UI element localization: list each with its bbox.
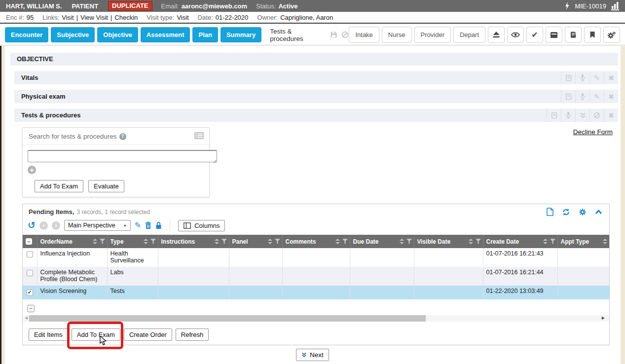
reset-grid-icon[interactable]: ↺ [28, 222, 36, 229]
help-icon[interactable]: ? [119, 133, 126, 140]
list-picker-icon[interactable] [194, 132, 204, 140]
book-icon[interactable] [561, 71, 575, 84]
section-vitals[interactable]: Vitals ✎ ✖ [14, 71, 618, 84]
duplicate-badge[interactable]: DUPLICATE [108, 1, 152, 11]
pending-items-table: − OrderName Type Instructions Panel Comm… [23, 235, 609, 299]
documents-button[interactable] [565, 27, 582, 43]
cancel-icon[interactable] [341, 31, 349, 38]
eject-button[interactable] [488, 27, 505, 43]
eye-button[interactable] [507, 27, 524, 43]
close-icon[interactable]: ✖ [604, 90, 618, 103]
link-checkin[interactable]: Checkin [114, 14, 138, 21]
perspective-back-icon[interactable]: ‹ [39, 221, 48, 230]
resize-corner-icon[interactable]: ◢ [213, 159, 216, 163]
add-to-exam-button-search[interactable]: Add To Exam [35, 180, 83, 192]
sort-icon[interactable] [400, 239, 404, 244]
filter-funnel-icon[interactable] [100, 239, 105, 244]
tab-summary[interactable]: Summary [221, 27, 261, 42]
section-tests-procedures[interactable]: Tests & procedures ✖ [14, 109, 618, 122]
select-all-checkbox[interactable]: − [26, 238, 32, 245]
depart-button[interactable]: Depart [453, 27, 485, 43]
scroll-right-arrow[interactable]: ▶ [602, 316, 605, 320]
scroll-left-arrow[interactable]: ◀ [25, 316, 28, 320]
tab-plan[interactable]: Plan [192, 27, 218, 42]
tab-assessment[interactable]: Assessment [141, 27, 190, 42]
sort-icon[interactable] [93, 239, 97, 244]
cell-create-date: 01-07-2016 16:21:44 [483, 267, 557, 286]
edit-perspective-pencil-icon[interactable]: ✎ [135, 221, 141, 229]
sort-icon[interactable] [543, 239, 548, 244]
filter-funnel-icon[interactable] [550, 239, 555, 244]
link-visit[interactable]: Visit [62, 14, 74, 21]
filter-funnel-icon[interactable] [342, 239, 348, 244]
evaluate-button[interactable]: Evaluate [88, 180, 124, 192]
collapse-chevron-up-icon[interactable] [595, 209, 602, 215]
edit-pencil-icon[interactable]: ✎ [589, 90, 604, 103]
save-icon[interactable] [330, 31, 337, 38]
row-checkbox-checked[interactable]: ✔ [27, 290, 33, 296]
search-input[interactable] [28, 150, 217, 162]
scrollbar-thumb[interactable] [29, 315, 426, 322]
horizontal-scrollbar[interactable]: ◀ ▶ [23, 315, 609, 322]
perspective-forward-icon[interactable]: › [52, 221, 60, 230]
book-icon[interactable] [561, 90, 575, 103]
close-icon[interactable]: ✖ [604, 109, 618, 122]
book-icon[interactable] [547, 109, 561, 122]
journal-icon [569, 31, 577, 38]
refresh-button[interactable]: Refresh [176, 328, 209, 341]
archive-button[interactable] [546, 27, 562, 43]
next-button[interactable]: Next [296, 349, 329, 361]
provider-button[interactable]: Provider [414, 27, 451, 43]
patient-type-label: PATIENT [72, 2, 98, 10]
perspective-select[interactable]: Main Perspective ▼ [64, 220, 131, 231]
filter-funnel-icon[interactable] [150, 239, 156, 244]
edit-pencil-icon[interactable]: ✎ [589, 71, 604, 84]
collapse-group-button[interactable]: − [27, 305, 35, 312]
sort-icon[interactable] [144, 239, 148, 244]
delete-perspective-trash-icon[interactable] [145, 221, 151, 229]
microphone-icon[interactable] [575, 71, 589, 84]
new-document-icon[interactable] [547, 208, 553, 216]
nurse-button[interactable]: Nurse [382, 27, 412, 43]
create-order-button[interactable]: Create Order [124, 328, 172, 341]
row-checkbox[interactable] [27, 251, 33, 257]
grid-settings-gear-icon[interactable] [579, 208, 587, 216]
intake-button[interactable]: Intake [349, 27, 379, 43]
sign-off-button[interactable]: ✔ [526, 27, 543, 43]
sort-icon[interactable] [603, 239, 607, 244]
filter-funnel-icon[interactable] [275, 239, 280, 244]
add-to-exam-button[interactable]: Add To Exam [72, 328, 120, 341]
table-row[interactable]: Complete Metabolic Profile (Blood Chem) … [23, 267, 609, 286]
add-row-plus-icon[interactable]: + [28, 166, 36, 174]
lock-perspective-icon[interactable] [155, 221, 162, 229]
refresh-icon[interactable] [562, 208, 570, 216]
microphone-icon[interactable] [561, 109, 575, 122]
columns-icon [184, 222, 191, 229]
sort-icon[interactable] [469, 239, 473, 244]
filter-funnel-icon[interactable] [221, 239, 227, 244]
sort-icon[interactable] [335, 239, 340, 244]
settings-button[interactable] [603, 27, 620, 43]
close-icon[interactable]: ✖ [604, 71, 618, 84]
table-row-selected[interactable]: ✔ Vision Screening Tests 01-22-2020 13:0… [23, 286, 609, 299]
filter-funnel-icon[interactable] [406, 239, 412, 244]
section-physical-exam[interactable]: Physical exam ✎ ✖ [14, 90, 618, 103]
link-view-visit[interactable]: View Visit [80, 14, 108, 21]
chevron-double-down-icon[interactable] [575, 109, 589, 122]
tab-subjective[interactable]: Subjective [51, 27, 95, 42]
microphone-icon[interactable] [575, 90, 589, 103]
bookmark-button[interactable] [584, 27, 601, 43]
filter-funnel-icon[interactable] [476, 239, 481, 244]
sort-icon[interactable] [268, 239, 272, 244]
chart-icon[interactable] [611, 2, 619, 10]
tab-objective[interactable]: Objective [97, 27, 138, 42]
row-checkbox[interactable] [27, 270, 33, 276]
sort-icon[interactable] [215, 239, 219, 244]
no-sign-icon[interactable] [589, 109, 604, 122]
cell-due-date [350, 248, 414, 267]
edit-items-button[interactable]: Edit Items [29, 328, 68, 341]
tab-encounter[interactable]: Encounter [5, 27, 48, 42]
decline-form-link[interactable]: Decline Form [573, 128, 613, 136]
columns-button[interactable]: Columns [178, 220, 225, 231]
table-row[interactable]: Influenza Injection Health Surveillance … [23, 248, 609, 267]
